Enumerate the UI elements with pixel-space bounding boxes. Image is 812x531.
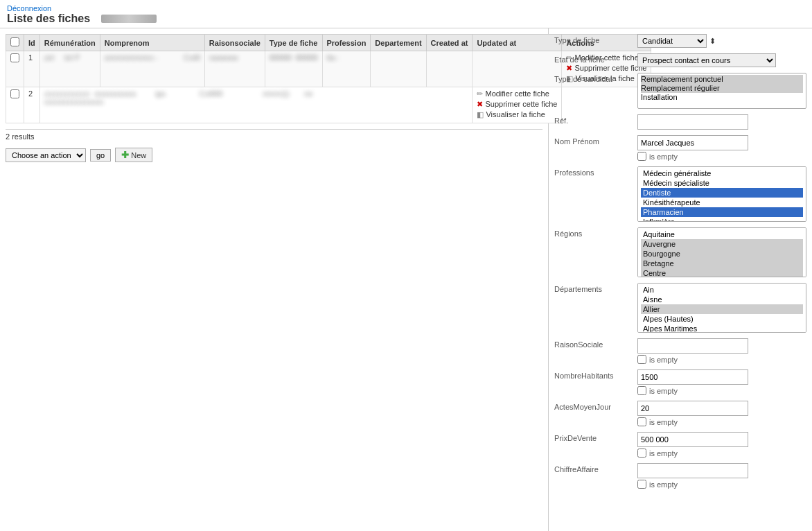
- cell-remuneration: zel tel P: [39, 51, 100, 87]
- action-bar: Choose an action go ✚ New: [6, 148, 542, 162]
- type-fiche-row: Type de fiche Candidat ⬍: [554, 34, 806, 48]
- professions-label: Professions: [554, 166, 637, 177]
- regions-row: Régions Aquitaine Auvergne Bourgogne Bre…: [554, 227, 806, 277]
- results-count: 2 results: [6, 132, 35, 141]
- chiffre-affaire-label: ChiffreAffaire: [554, 463, 637, 473]
- prix-de-vente-row: PrixDeVente is empty: [554, 432, 806, 458]
- edit-icon-2: ✏: [477, 89, 483, 98]
- nom-prenom-is-empty-label: is empty: [649, 153, 678, 161]
- nom-prenom-row: Nom Prénom is empty: [554, 135, 806, 161]
- nom-prenom-is-empty-checkbox[interactable]: [637, 152, 646, 161]
- nombre-habitants-input[interactable]: [637, 369, 748, 385]
- col-departement: Departement: [371, 35, 426, 51]
- etat-fiche-label: Etat de la fiche: [554, 53, 637, 64]
- results-bar: 2 results: [6, 129, 542, 141]
- delete-link-2[interactable]: ✖ Supprimer cette fiche: [477, 100, 557, 109]
- actes-is-empty-checkbox[interactable]: [637, 417, 646, 426]
- page-title: Liste des fiches: [7, 12, 90, 25]
- cell-departement: [371, 51, 426, 87]
- professions-select[interactable]: Médecin généraliste Médecin spécialiste …: [637, 166, 806, 222]
- type-candidat-label: Type de candidat: [554, 73, 637, 83]
- chiffre-is-empty-checkbox[interactable]: [637, 480, 646, 489]
- type-fiche-select[interactable]: Candidat: [637, 34, 707, 48]
- type-fiche-arrow-icon: ⬍: [709, 37, 716, 46]
- cell-blurred-2: zzzzzzzzzzzz sssssssssss ige. Collllllll…: [39, 87, 473, 123]
- new-button[interactable]: ✚ New: [115, 148, 152, 162]
- departements-row: Départements Ain Aisne Allier Alpes (Hau…: [554, 283, 806, 333]
- cell-profession: tta :: [322, 51, 371, 87]
- edit-link-2[interactable]: ✏ Modifier cette fiche: [477, 89, 557, 98]
- nombre-habitants-row: NombreHabitants is empty: [554, 369, 806, 395]
- regions-select[interactable]: Aquitaine Auvergne Bourgogne Bretagne Ce…: [637, 227, 806, 277]
- delete-icon-2: ✖: [477, 100, 483, 108]
- actes-moyen-jour-input[interactable]: [637, 401, 748, 416]
- chiffre-affaire-row: ChiffreAffaire is empty: [554, 463, 806, 489]
- nombre-habitants-label: NombreHabitants: [554, 369, 637, 380]
- new-label: New: [131, 151, 146, 159]
- go-button[interactable]: go: [90, 149, 111, 162]
- raison-sociale-label: RaisonSociale: [554, 338, 637, 349]
- row-checkbox-1[interactable]: [10, 53, 19, 62]
- cell-id-2: 2: [24, 87, 40, 123]
- ref-input[interactable]: [637, 114, 748, 130]
- view-icon-2: ◧: [477, 110, 484, 119]
- title-decoration: [101, 15, 157, 23]
- col-profession: Profession: [322, 35, 371, 51]
- etat-fiche-row: Etat de la fiche Prospect contact en cou…: [554, 53, 806, 67]
- raison-is-empty-label: is empty: [649, 356, 678, 364]
- chiffre-affaire-input[interactable]: [637, 463, 748, 478]
- nombre-is-empty-checkbox[interactable]: [637, 386, 646, 395]
- type-candidat-select[interactable]: Remplacement ponctuel Remplacement régul…: [637, 73, 806, 109]
- actes-is-empty-label: is empty: [649, 418, 678, 426]
- nom-prenom-input[interactable]: [637, 135, 748, 150]
- col-raisonsociale: Raisonsociale: [204, 35, 265, 51]
- type-candidat-row: Type de candidat Remplacement ponctuel R…: [554, 73, 806, 109]
- nom-prenom-label: Nom Prénom: [554, 135, 637, 146]
- ref-row: Réf.: [554, 114, 806, 130]
- deconnexion-link[interactable]: Déconnexion: [7, 4, 51, 12]
- actes-moyen-jour-label: ActesMoyenJour: [554, 401, 637, 411]
- prix-de-vente-input[interactable]: [637, 432, 748, 447]
- prix-is-empty-label: is empty: [649, 449, 678, 458]
- cell-nomprenom: ommmmmmro - Coilll: [100, 51, 204, 87]
- col-id: Id: [24, 35, 40, 51]
- raison-sociale-input[interactable]: [637, 338, 748, 354]
- cell-created-at: [426, 51, 473, 87]
- raison-is-empty-checkbox[interactable]: [637, 355, 646, 364]
- prix-is-empty-checkbox[interactable]: [637, 449, 646, 458]
- choose-action-select[interactable]: Choose an action: [6, 148, 86, 162]
- col-nomprenom: Nomprenom: [100, 35, 204, 51]
- professions-row: Professions Médecin généraliste Médecin …: [554, 166, 806, 222]
- actes-moyen-jour-row: ActesMoyenJour is empty: [554, 401, 806, 426]
- row-checkbox-2[interactable]: [10, 89, 19, 98]
- cell-type-fiche: lllllllllllll lllllllllllll: [265, 51, 322, 87]
- plus-icon: ✚: [121, 150, 129, 160]
- regions-label: Régions: [554, 227, 637, 238]
- departements-label: Départements: [554, 283, 637, 293]
- col-remuneration: Rémunération: [39, 35, 100, 51]
- col-created-at: Created at: [426, 35, 473, 51]
- raison-sociale-row: RaisonSociale is empty: [554, 338, 806, 364]
- etat-fiche-select[interactable]: Prospect contact en cours: [637, 53, 776, 67]
- select-all-checkbox[interactable]: [10, 37, 19, 46]
- view-link-2[interactable]: ◧ Visualiser la fiche: [477, 110, 557, 119]
- col-type-fiche: Type de fiche: [265, 35, 322, 51]
- cell-raisonsociale: rawwww: [204, 51, 265, 87]
- type-fiche-label: Type de fiche: [554, 34, 637, 44]
- cell-id: 1: [24, 51, 40, 87]
- right-panel: Type de fiche Candidat ⬍ Etat de la fich…: [549, 28, 812, 531]
- departements-select[interactable]: Ain Aisne Allier Alpes (Hautes) Alpes Ma…: [637, 283, 806, 333]
- ref-label: Réf.: [554, 114, 637, 125]
- prix-de-vente-label: PrixDeVente: [554, 432, 637, 442]
- chiffre-is-empty-label: is empty: [649, 480, 678, 489]
- nombre-is-empty-label: is empty: [649, 387, 678, 395]
